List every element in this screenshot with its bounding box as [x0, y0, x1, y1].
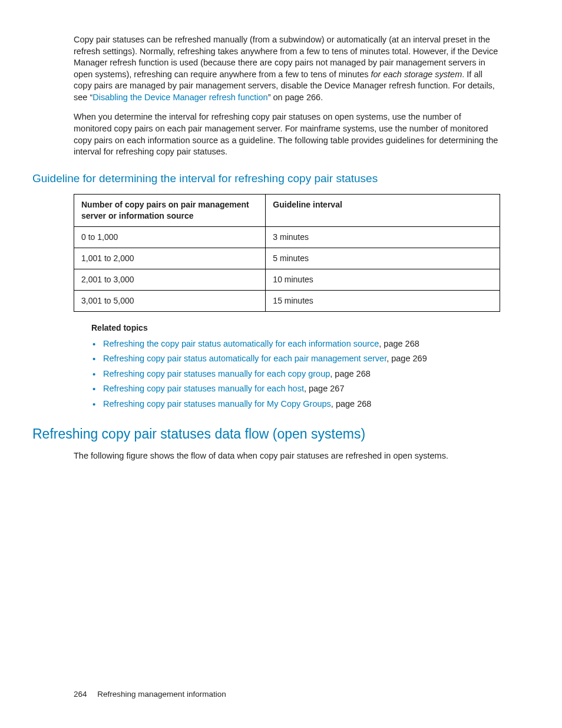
table-cell: 15 minutes: [266, 290, 500, 311]
list-item: Refreshing the copy pair status automati…: [91, 338, 500, 350]
footer-title: Refreshing management information: [97, 690, 226, 699]
table-cell: 2,001 to 3,000: [74, 269, 266, 290]
related-link[interactable]: Refreshing copy pair statuses manually f…: [103, 384, 304, 393]
table-cell: 3 minutes: [266, 227, 500, 248]
text: , page 268: [379, 339, 419, 348]
italic-text: for each storage system: [371, 70, 462, 79]
list-item: Refreshing copy pair statuses manually f…: [91, 383, 500, 395]
list-item: Refreshing copy pair statuses manually f…: [91, 368, 500, 380]
table-row: 0 to 1,000 3 minutes: [74, 227, 500, 248]
table-cell: 10 minutes: [266, 269, 500, 290]
page: Copy pair statuses can be refreshed manu…: [0, 0, 562, 728]
related-topics-heading: Related topics: [91, 322, 500, 334]
table-header-cell: Guideline interval: [266, 195, 500, 227]
table-cell: 0 to 1,000: [74, 227, 266, 248]
table-cell: 3,001 to 5,000: [74, 290, 266, 311]
table-header-row: Number of copy pairs on pair management …: [74, 195, 500, 227]
table-header-cell: Number of copy pairs on pair management …: [74, 195, 266, 227]
related-link[interactable]: Refreshing the copy pair status automati…: [103, 339, 379, 348]
list-item: Refreshing copy pair status automaticall…: [91, 353, 500, 365]
text: ” on page 266.: [268, 93, 323, 102]
intro-paragraph-1: Copy pair statuses can be refreshed manu…: [74, 34, 500, 103]
page-number: 264: [74, 690, 87, 699]
table-cell: 1,001 to 2,000: [74, 248, 266, 269]
page-footer: 264 Refreshing management information: [74, 689, 226, 700]
text: , page 269: [386, 354, 427, 363]
text: , page 268: [331, 399, 372, 409]
heading-data-flow: Refreshing copy pair statuses data flow …: [32, 425, 500, 443]
related-link[interactable]: Refreshing copy pair status automaticall…: [103, 354, 386, 363]
intro-paragraph-2: When you determine the interval for refr…: [74, 111, 500, 157]
table-cell: 5 minutes: [266, 248, 500, 269]
text: , page 268: [330, 369, 371, 378]
data-flow-paragraph: The following figure shows the flow of d…: [74, 450, 500, 462]
link-disable-refresh[interactable]: Disabling the Device Manager refresh fun…: [92, 93, 267, 102]
related-link[interactable]: Refreshing copy pair statuses manually f…: [103, 399, 331, 409]
guideline-interval-table: Number of copy pairs on pair management …: [74, 194, 500, 311]
related-link[interactable]: Refreshing copy pair statuses manually f…: [103, 369, 330, 378]
heading-guideline-interval: Guideline for determining the interval f…: [32, 171, 500, 186]
table-row: 1,001 to 2,000 5 minutes: [74, 248, 500, 269]
table-row: 2,001 to 3,000 10 minutes: [74, 269, 500, 290]
text: , page 267: [304, 384, 345, 393]
related-topics-list: Refreshing the copy pair status automati…: [91, 338, 500, 410]
table-row: 3,001 to 5,000 15 minutes: [74, 290, 500, 311]
list-item: Refreshing copy pair statuses manually f…: [91, 398, 500, 410]
